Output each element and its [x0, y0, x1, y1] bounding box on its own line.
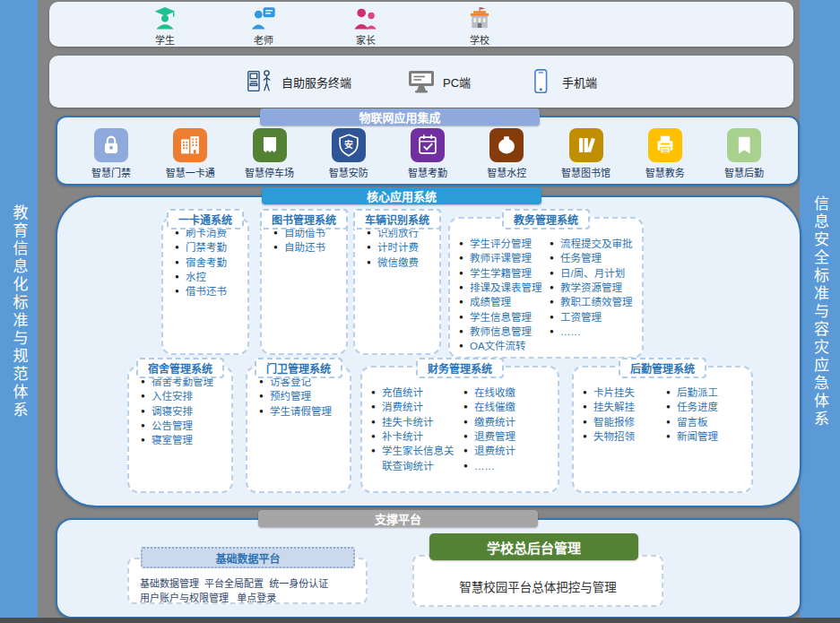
svg-text:安: 安	[344, 139, 353, 150]
student-icon	[152, 6, 178, 31]
list-item: 智能报修	[583, 415, 664, 429]
iot-item-attendance: 智慧考勤	[397, 128, 458, 179]
system-box-gate: 门卫管理系统 访客登记预约管理学生请假管理	[246, 366, 351, 493]
list-item: 挂失解挂	[583, 400, 664, 414]
list-item: 计时计费	[367, 240, 436, 255]
terminal-group-pc: PC端	[407, 68, 471, 95]
bullet-icon	[550, 266, 556, 280]
bullet-icon	[550, 324, 556, 338]
list-item: 留言板	[666, 415, 748, 429]
security-icon: 安	[332, 128, 366, 162]
bullet-icon	[666, 385, 672, 399]
iot-item-access: 智慧门禁	[81, 128, 142, 179]
smart-campus-architecture-diagram: 教育信息化标准与规范体系 信息安全标准与容灾应急体系 学生 老师	[0, 0, 840, 623]
iot-label: 智慧图书馆	[561, 165, 611, 179]
list-item: ……	[463, 459, 554, 473]
bullet-icon	[175, 240, 181, 254]
list-item: OA文件流转	[459, 339, 548, 353]
bullet-icon	[367, 255, 373, 269]
user-label: 学生	[155, 32, 175, 47]
user-group-student: 学生	[136, 6, 194, 47]
base-platform-line: 基础数据管理 平台全局配置 统一身份认证	[140, 577, 357, 592]
system-list: 识别放行计时计费微信缴费	[367, 226, 436, 346]
system-list: 流程提交及审批任务管理日/周、月计划教学资源管理教职工绩效管理工资管理……	[550, 237, 638, 354]
bullet-icon	[666, 415, 672, 428]
list-item: 教师评课管理	[459, 251, 548, 265]
bullet-icon	[550, 237, 556, 250]
iot-label: 智慧教务	[645, 165, 685, 179]
list-item: 缴费统计	[463, 415, 554, 429]
list-item: 退费统计	[463, 444, 554, 458]
admin-title: 学校总后台管理	[429, 533, 638, 560]
bullet-icon	[459, 339, 465, 352]
terminal-label: 自助服务终端	[281, 74, 351, 91]
system-box-logistics: 后勤管理系统 卡片挂失挂失解挂智能报修失物招领 后勤派工任务进度留言板新闻管理	[572, 366, 753, 493]
terminal-label: PC端	[443, 74, 471, 91]
bullet-icon	[259, 404, 265, 418]
iot-grid: 智慧门禁	[81, 128, 775, 179]
bullet-icon	[583, 385, 589, 399]
list-item: 学生信息管理	[459, 310, 548, 324]
user-group-school: 学校	[451, 6, 508, 47]
system-box-edu-admin: 教务管理系统 学生评分管理教师评课管理学生学籍管理排课及课表管理成绩管理学生信息…	[448, 217, 644, 359]
system-box-title: 一卡通系统	[167, 209, 244, 229]
bullet-icon	[371, 429, 377, 443]
list-item: 学生请假管理	[259, 404, 346, 419]
list-item: 后勤派工	[666, 385, 748, 400]
admin-content: 智慧校园平台总体把控与管理	[459, 567, 617, 595]
users-panel: 学生 老师 家长	[49, 2, 793, 47]
bullet-icon	[463, 459, 470, 472]
list-item: 成绩管理	[459, 295, 548, 309]
user-label: 学校	[470, 32, 489, 47]
core-panel: 一卡通系统 刷卡消费门禁考勤宿舍考勤水控借书还书 图书管理系统 自助借书自助还书…	[56, 195, 801, 507]
list-item: 借书还书	[175, 284, 244, 299]
bullet-icon	[583, 415, 589, 428]
bullet-icon	[666, 429, 672, 443]
list-item: 退费管理	[463, 429, 554, 444]
bullet-icon	[459, 266, 465, 280]
bullet-icon	[175, 270, 181, 283]
list-item: 学生学籍管理	[459, 266, 548, 281]
user-label: 老师	[254, 32, 273, 47]
list-item: 预约管理	[259, 389, 346, 403]
bullet-icon	[583, 429, 589, 443]
system-list: 卡片挂失挂失解挂智能报修失物招领	[583, 385, 664, 488]
iot-item-security: 安 智慧安防	[318, 128, 379, 179]
parents-icon	[353, 6, 378, 31]
terminal-group-mobile: 手机端	[526, 68, 597, 95]
list-item: 任务管理	[550, 251, 638, 265]
iot-header-band: 物联网应用集成	[260, 108, 540, 125]
iot-panel: 智慧门禁	[56, 116, 800, 186]
school-icon	[467, 6, 492, 31]
iot-label: 智慧一卡通	[166, 165, 215, 179]
edu-affairs-icon	[648, 128, 682, 162]
bullet-icon	[550, 281, 556, 294]
iot-label: 智慧停车场	[245, 165, 294, 179]
system-box-onecard: 一卡通系统 刷卡消费门禁考勤宿舍考勤水控借书还书	[161, 217, 249, 355]
list-item: 排课及课表管理	[459, 281, 548, 295]
iot-label: 智慧门禁	[91, 165, 131, 179]
system-list: 访客登记预约管理学生请假管理	[259, 375, 346, 484]
list-item: 充值统计	[371, 385, 462, 400]
bullet-icon	[463, 415, 470, 428]
library-icon	[569, 128, 603, 162]
list-item: 失物招领	[583, 429, 664, 444]
system-box-title: 教务管理系统	[502, 209, 590, 229]
sidebar-left: 教育信息化标准与规范体系	[0, 0, 38, 623]
list-item: 自助还书	[273, 240, 342, 255]
iot-item-onecard: 智慧一卡通	[160, 128, 221, 179]
bullet-icon	[459, 295, 465, 308]
bullet-icon	[666, 400, 672, 413]
user-label: 家长	[356, 32, 376, 47]
sidebar-right-label: 信息安全标准与容灾应急体系	[809, 195, 831, 428]
support-panel: 基础数据平台 基础数据管理 平台全局配置 统一身份认证 用户账户与权限管理 单点…	[56, 518, 801, 619]
list-item: 挂失卡统计	[371, 415, 462, 429]
iot-item-edu: 智慧教务	[635, 128, 696, 179]
phone-icon	[526, 68, 555, 95]
list-item: ……	[550, 324, 638, 339]
list-item: 水控	[175, 270, 244, 284]
bullet-icon	[550, 295, 556, 308]
iot-label: 智慧水控	[487, 165, 526, 179]
bullet-icon	[463, 429, 470, 443]
terminal-group-kiosk: 自助服务终端	[246, 68, 351, 95]
